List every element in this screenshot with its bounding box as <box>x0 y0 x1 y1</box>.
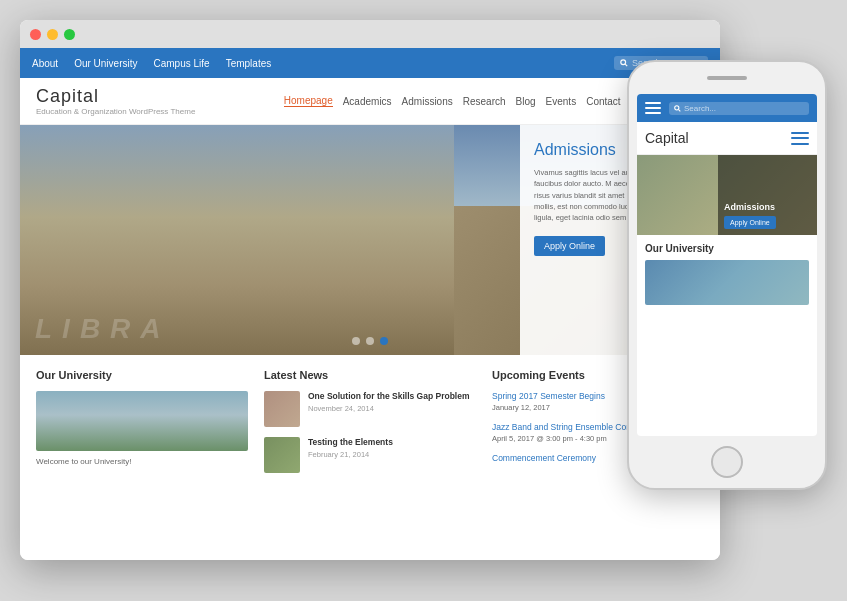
news-thumb-img-2 <box>264 437 300 473</box>
phone-speaker <box>707 76 747 80</box>
svg-line-3 <box>679 109 681 111</box>
phone-hero: Admissions Apply Online <box>637 155 817 235</box>
nav-research[interactable]: Research <box>463 96 506 107</box>
minimize-dot[interactable] <box>47 29 58 40</box>
phone-search-input[interactable] <box>684 104 744 113</box>
menu-line-2 <box>645 107 661 109</box>
news-thumb-1 <box>264 391 300 427</box>
hero-dots <box>352 337 388 345</box>
phone-top-bar <box>637 94 817 122</box>
nav-homepage[interactable]: Homepage <box>284 95 333 107</box>
news-headline-2[interactable]: Testing the Elements <box>308 437 393 448</box>
phone-site-header: Capital <box>637 122 817 155</box>
university-image <box>36 391 248 451</box>
top-nav-about[interactable]: About <box>32 58 58 69</box>
university-caption: Welcome to our University! <box>36 457 248 466</box>
mobile-phone: Capital Admissions Apply Online <box>627 60 827 490</box>
phone-menu-icon[interactable] <box>645 102 661 114</box>
top-navigation: About Our University Campus Life Templat… <box>20 48 720 78</box>
latest-news-title: Latest News <box>264 369 476 381</box>
hero-building: LIBRA <box>20 125 454 355</box>
hero-dot-3[interactable] <box>380 337 388 345</box>
phone-search-icon <box>674 105 681 112</box>
nav-events[interactable]: Events <box>546 96 577 107</box>
news-content-1: One Solution for the Skills Gap Problem … <box>308 391 470 413</box>
news-item-2: Testing the Elements February 21, 2014 <box>264 437 476 473</box>
hero-dot-1[interactable] <box>352 337 360 345</box>
menu-line-1 <box>645 102 661 104</box>
browser-window: About Our University Campus Life Templat… <box>20 20 720 560</box>
phone-university-image <box>645 260 809 305</box>
svg-point-2 <box>675 105 679 109</box>
phone-hero-title: Admissions <box>724 202 811 212</box>
phone-our-university: Our University <box>637 235 817 313</box>
nav-academics[interactable]: Academics <box>343 96 392 107</box>
browser-content: About Our University Campus Life Templat… <box>20 48 720 560</box>
our-university-title: Our University <box>36 369 248 381</box>
university-img-inner <box>36 391 248 451</box>
latest-news-section: Latest News One Solution for the Skills … <box>264 369 476 483</box>
top-nav-campus-life[interactable]: Campus Life <box>154 58 210 69</box>
nav-blog[interactable]: Blog <box>516 96 536 107</box>
phone-screen: Capital Admissions Apply Online <box>637 94 817 436</box>
our-university-section: Our University Welcome to our University… <box>36 369 248 483</box>
phone-search-bar[interactable] <box>669 102 809 115</box>
hamburger-line-1 <box>791 132 809 134</box>
phone-logo: Capital <box>645 130 689 146</box>
hamburger-line-3 <box>791 143 809 145</box>
phone-hamburger-menu[interactable] <box>791 132 809 145</box>
phone-our-university-title: Our University <box>645 243 809 254</box>
phone-apply-button[interactable]: Apply Online <box>724 216 776 229</box>
browser-chrome <box>20 20 720 48</box>
phone-outer: Capital Admissions Apply Online <box>627 60 827 490</box>
site-subtitle: Education & Organization WordPress Theme <box>36 107 195 116</box>
news-thumb-2 <box>264 437 300 473</box>
top-nav-links: About Our University Campus Life Templat… <box>32 58 271 69</box>
nav-admissions[interactable]: Admissions <box>402 96 453 107</box>
content-sections: Our University Welcome to our University… <box>20 355 720 497</box>
news-item-1: One Solution for the Skills Gap Problem … <box>264 391 476 427</box>
news-date-2: February 21, 2014 <box>308 450 393 459</box>
close-dot[interactable] <box>30 29 41 40</box>
phone-hero-overlay: Admissions Apply Online <box>718 155 817 235</box>
site-header: Capital Education & Organization WordPre… <box>20 78 720 125</box>
hamburger-line-2 <box>791 137 809 139</box>
maximize-dot[interactable] <box>64 29 75 40</box>
news-thumb-img-1 <box>264 391 300 427</box>
site-logo: Capital Education & Organization WordPre… <box>36 86 195 116</box>
nav-contact[interactable]: Contact <box>586 96 620 107</box>
news-date-1: November 24, 2014 <box>308 404 470 413</box>
news-headline-1[interactable]: One Solution for the Skills Gap Problem <box>308 391 470 402</box>
menu-line-3 <box>645 112 661 114</box>
libra-text: LIBRA <box>35 313 171 345</box>
hero-section: LIBRA Admissions Vivamus sagittis lacus … <box>20 125 720 355</box>
scene: About Our University Campus Life Templat… <box>0 0 847 601</box>
svg-point-0 <box>621 60 626 65</box>
site-title: Capital <box>36 86 195 107</box>
news-content-2: Testing the Elements February 21, 2014 <box>308 437 393 459</box>
top-nav-our-university[interactable]: Our University <box>74 58 137 69</box>
top-nav-templates[interactable]: Templates <box>226 58 272 69</box>
hero-dot-2[interactable] <box>366 337 374 345</box>
apply-online-button[interactable]: Apply Online <box>534 236 605 256</box>
phone-home-button[interactable] <box>711 446 743 478</box>
